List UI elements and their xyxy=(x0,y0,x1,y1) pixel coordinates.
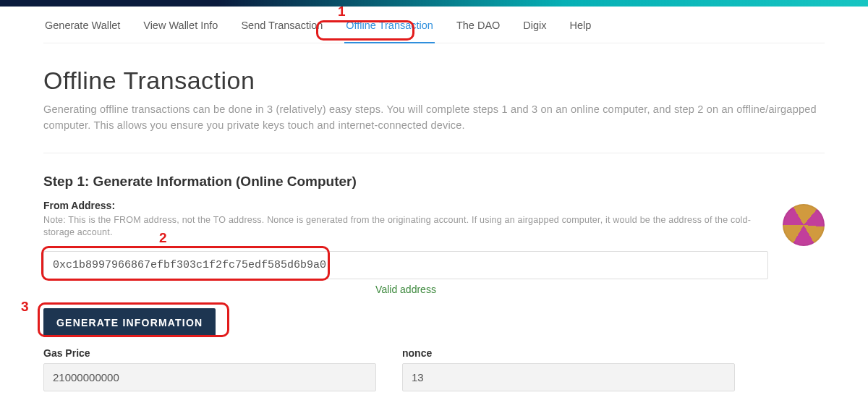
tab-help[interactable]: Help xyxy=(569,17,593,37)
address-identicon-icon xyxy=(783,204,825,246)
tab-the-dao[interactable]: The DAO xyxy=(455,17,501,37)
header-gradient-bar xyxy=(0,0,868,7)
gas-price-label: Gas Price xyxy=(43,347,376,359)
divider xyxy=(43,153,825,153)
page-description: Generating offline transactions can be d… xyxy=(43,102,825,134)
from-address-input[interactable] xyxy=(43,251,768,279)
nav-tabs: Generate Wallet View Wallet Info Send Tr… xyxy=(43,7,825,43)
tab-generate-wallet[interactable]: Generate Wallet xyxy=(43,17,122,37)
generate-information-button[interactable]: GENERATE INFORMATION xyxy=(43,308,216,337)
from-address-label: From Address: xyxy=(43,200,768,211)
nonce-label: nonce xyxy=(402,347,735,359)
tab-view-wallet-info[interactable]: View Wallet Info xyxy=(142,17,219,37)
valid-address-message: Valid address xyxy=(43,284,768,295)
step1-title: Step 1: Generate Information (Online Com… xyxy=(43,174,825,190)
nonce-output xyxy=(402,363,735,391)
from-address-note: Note: This is the FROM address, not the … xyxy=(43,214,752,239)
gas-price-output xyxy=(43,363,376,391)
tab-offline-transaction[interactable]: Offline Transaction xyxy=(344,17,435,43)
tab-digix[interactable]: Digix xyxy=(522,17,548,37)
tab-send-transaction[interactable]: Send Transaction xyxy=(239,17,324,37)
page-title: Offline Transaction xyxy=(43,67,825,95)
